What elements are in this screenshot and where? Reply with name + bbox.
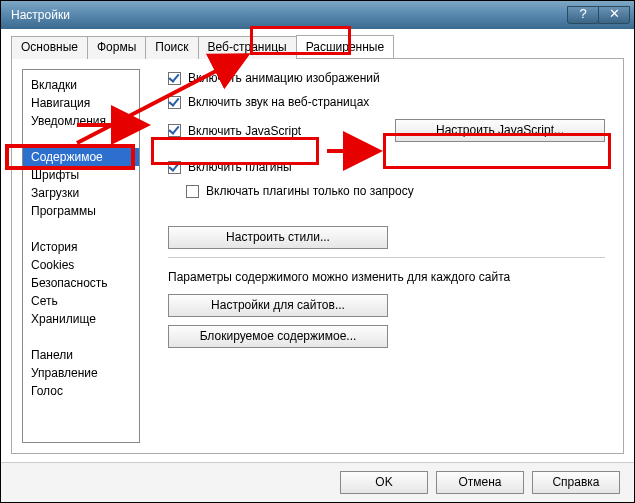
separator [168,257,605,258]
sidebar-item-programs[interactable]: Программы [23,202,139,220]
sidebar-item-voice[interactable]: Голос [23,382,139,400]
label-animation: Включить анимацию изображений [188,71,380,85]
sidebar-item-history[interactable]: История [23,238,139,256]
para-per-site: Параметры содержимого можно изменить для… [168,270,605,284]
sidebar-item-storage[interactable]: Хранилище [23,310,139,328]
sidebar-item-fonts[interactable]: Шрифты [23,166,139,184]
sidebar-item-panels[interactable]: Панели [23,346,139,364]
button-configure-styles[interactable]: Настроить стили... [168,226,388,249]
checkbox-animation[interactable] [168,72,181,85]
help-window-button[interactable]: ? [567,6,599,24]
button-blocked-content[interactable]: Блокируемое содержимое... [168,325,388,348]
client-area: Основные Формы Поиск Веб-страницы Расшир… [1,29,634,462]
checkbox-javascript[interactable] [168,124,181,137]
tab-main[interactable]: Основные [11,36,88,59]
window-title: Настройки [11,8,70,22]
checkbox-plugins-on-demand[interactable] [186,185,199,198]
sidebar-item-security[interactable]: Безопасность [23,274,139,292]
tab-forms[interactable]: Формы [87,36,146,59]
sidebar-item-tabs[interactable]: Вкладки [23,76,139,94]
button-configure-javascript[interactable]: Настроить JavaScript... [395,119,605,142]
sidebar-item-content[interactable]: Содержимое [23,148,139,166]
label-plugins-on-demand: Включать плагины только по запросу [206,184,414,198]
label-sound: Включить звук на веб-страницах [188,95,369,109]
label-plugins: Включить плагины [188,160,292,174]
sidebar-item-notifications[interactable]: Уведомления [23,112,139,130]
sidebar-item-navigation[interactable]: Навигация [23,94,139,112]
window-controls: ? ✕ [568,6,630,24]
checkbox-plugins[interactable] [168,161,181,174]
tabstrip: Основные Формы Поиск Веб-страницы Расшир… [11,35,624,59]
sidebar-item-network[interactable]: Сеть [23,292,139,310]
footer: OK Отмена Справка [1,462,634,502]
cancel-button[interactable]: Отмена [436,471,524,494]
label-javascript: Включить JavaScript [188,124,301,138]
checkbox-sound[interactable] [168,96,181,109]
tab-search[interactable]: Поиск [145,36,198,59]
settings-window: Настройки ? ✕ Основные Формы Поиск Веб-с… [0,0,635,503]
tab-webpages[interactable]: Веб-страницы [198,36,297,59]
sidebar: Вкладки Навигация Уведомления Содержимое… [22,69,140,443]
sidebar-item-downloads[interactable]: Загрузки [23,184,139,202]
content-pane: Включить анимацию изображений Включить з… [140,59,623,453]
ok-button[interactable]: OK [340,471,428,494]
titlebar: Настройки ? ✕ [1,1,634,29]
tab-advanced[interactable]: Расширенные [296,35,395,58]
close-window-button[interactable]: ✕ [598,6,630,24]
sidebar-item-cookies[interactable]: Cookies [23,256,139,274]
tabbody: Вкладки Навигация Уведомления Содержимое… [11,59,624,454]
button-site-settings[interactable]: Настройки для сайтов... [168,294,388,317]
help-button[interactable]: Справка [532,471,620,494]
sidebar-item-management[interactable]: Управление [23,364,139,382]
